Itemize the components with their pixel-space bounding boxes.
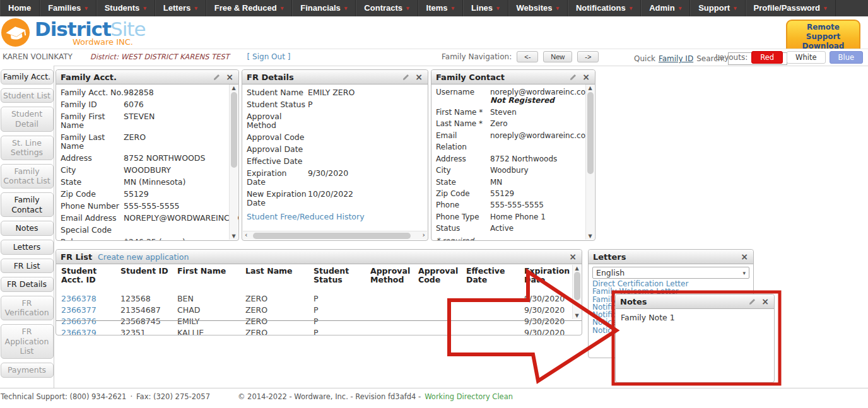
sidebar-item-student-detail[interactable]: Student Detail <box>1 107 54 131</box>
field-value <box>490 143 585 151</box>
student-acct-id-cell[interactable]: 2366378 <box>59 293 118 305</box>
nav-item-families[interactable]: Families▾ <box>40 0 97 16</box>
student-acct-id-cell[interactable]: 2366377 <box>59 305 118 316</box>
close-icon[interactable]: × <box>740 252 749 261</box>
scroll-left-icon[interactable]: ‹ <box>245 231 247 239</box>
layout-red-button[interactable]: Red <box>751 51 783 64</box>
layout-white-button[interactable]: White <box>787 51 825 64</box>
table-row[interactable]: 236637932351KALLIEZEROP9/30/202010/20/20… <box>59 327 582 335</box>
family-contact-vertical-scrollbar[interactable]: ▲ ▼ <box>585 85 594 240</box>
scroll-down-icon[interactable]: ▼ <box>586 233 594 239</box>
fr-details-horizontal-scrollbar[interactable]: ‹ › <box>243 231 427 240</box>
nav-item-free-reduced[interactable]: Free & Reduced▾ <box>206 0 293 16</box>
nav-item-home[interactable]: Home <box>0 0 40 16</box>
layout-blue-button[interactable]: Blue <box>830 51 863 64</box>
field-label: Student Status <box>247 100 308 109</box>
sidebar-item-fr-verification[interactable]: FR Verification <box>1 296 54 320</box>
field-row-family-last-name: Family Last NameZERO <box>61 133 227 151</box>
edit-icon[interactable] <box>212 73 221 81</box>
district-site-app: HomeFamilies▾Students▾Letters▾Free & Red… <box>0 0 868 408</box>
nav-item-students[interactable]: Students▾ <box>97 0 155 16</box>
scroll-right-icon[interactable]: › <box>423 231 425 239</box>
scroll-down-icon[interactable]: ▼ <box>573 313 581 318</box>
close-icon[interactable]: × <box>225 73 234 81</box>
scroll-up-icon[interactable]: ▲ <box>230 85 238 91</box>
nav-item-notifications[interactable]: Notifications▾ <box>568 0 641 16</box>
nav-item-lines[interactable]: Lines▾ <box>463 0 508 16</box>
table-cell: ZERO <box>243 305 311 316</box>
field-label: State <box>61 178 124 187</box>
nav-item-support[interactable]: Support▾ <box>690 0 745 16</box>
create-new-application-link[interactable]: Create new application <box>98 252 189 262</box>
sidebar-item-letters[interactable]: Letters <box>1 240 54 255</box>
table-row[interactable]: 236637623568745EMILYZEROP9/30/202010/20/… <box>59 316 582 327</box>
sidebar-item-fr-details[interactable]: FR Details <box>1 277 54 292</box>
fr-details-panel-header[interactable]: FR Details × <box>242 70 428 85</box>
column-header-approval-method: Approval Method <box>368 266 416 293</box>
field-label: Email <box>436 132 490 140</box>
scrollbar-thumb[interactable] <box>231 92 237 168</box>
scrollbar-thumb[interactable] <box>574 272 580 300</box>
sign-out-link[interactable]: [ Sign Out ] <box>247 52 291 61</box>
family-next-button[interactable]: -> <box>577 51 599 62</box>
student-acct-id-cell[interactable]: 2366379 <box>59 327 118 335</box>
table-row[interactable]: 2366378123568BENZEROP9/30/202010/20/2022 <box>59 293 582 305</box>
field-label: First Name * <box>436 108 490 117</box>
close-icon[interactable]: × <box>582 73 590 81</box>
nav-item-letters[interactable]: Letters▾ <box>155 0 206 16</box>
nav-item-websites[interactable]: Websites▾ <box>508 0 568 16</box>
sidebar-item-fr-application-list[interactable]: FR Application List <box>1 324 54 359</box>
field-value: Home Phone 1 <box>490 213 585 221</box>
close-icon[interactable]: × <box>761 297 770 306</box>
sidebar-item-st-line-settings[interactable]: St. Line Settings <box>1 136 54 160</box>
family-acct-panel-header[interactable]: Family Acct. × <box>56 70 238 85</box>
sidebar-item-fr-list[interactable]: FR List <box>1 259 54 274</box>
student-acct-id-link[interactable]: 2366379 <box>61 328 97 335</box>
family-prev-button[interactable]: <- <box>517 51 538 62</box>
letters-language-select[interactable]: English ▾ <box>592 267 749 279</box>
fr-list-vertical-scrollbar[interactable]: ▲ ▼ <box>572 265 581 319</box>
family-id-link[interactable]: Family ID <box>659 54 693 63</box>
edit-icon[interactable] <box>401 73 410 81</box>
more-link[interactable]: more <box>162 237 182 241</box>
technical-support-phone: Technical Support: (800) 934-2621 <box>1 392 126 401</box>
student-free-reduced-history-link[interactable]: Student Free/Reduced History <box>247 212 365 221</box>
student-acct-id-link[interactable]: 2366378 <box>61 294 97 303</box>
chevron-down-icon: ▾ <box>630 0 633 16</box>
scroll-up-icon[interactable]: ▲ <box>573 265 581 271</box>
table-row[interactable]: 236637721354687CHADZEROP9/30/202010/20/2… <box>59 305 582 316</box>
fr-list-panel-header[interactable]: FR List Create new application × <box>56 250 582 264</box>
fr-list-table-header: Student Acct. IDStudent IDFirst NameLast… <box>59 266 582 293</box>
sidebar-item-family-contact[interactable]: Family Contact <box>1 192 54 217</box>
sidebar-item-family-contact-list[interactable]: Family Contact List <box>1 164 54 189</box>
student-acct-id-link[interactable]: 2366377 <box>61 305 97 315</box>
letters-panel-header[interactable]: Letters × <box>589 250 753 264</box>
student-acct-id-cell[interactable]: 2366376 <box>59 316 118 327</box>
close-icon[interactable]: × <box>568 252 577 261</box>
sidebar-item-notes[interactable]: Notes <box>1 221 54 236</box>
family-acct-vertical-scrollbar[interactable]: ▲ ▼ <box>229 85 238 240</box>
chevron-down-icon: ▾ <box>824 0 827 16</box>
edit-icon[interactable] <box>568 73 577 81</box>
student-acct-id-link[interactable]: 2366376 <box>61 317 97 326</box>
scrollbar-thumb[interactable] <box>587 92 594 174</box>
edit-icon[interactable] <box>748 297 756 306</box>
nav-item-items[interactable]: Items▾ <box>418 0 464 16</box>
nav-item-financials[interactable]: Financials▾ <box>292 0 356 16</box>
sidebar-item-family-acct[interactable]: Family Acct. <box>1 69 54 85</box>
notes-panel-header[interactable]: Notes × <box>616 294 774 309</box>
family-contact-panel-header[interactable]: Family Contact × <box>431 70 595 85</box>
nav-item-contracts[interactable]: Contracts▾ <box>356 0 418 16</box>
close-icon[interactable]: × <box>414 73 423 81</box>
scrollbar-thumb[interactable] <box>253 233 411 239</box>
family-new-button[interactable]: New <box>543 51 572 62</box>
nav-item-profile-password[interactable]: Profile/Password▾ <box>746 0 836 16</box>
scroll-up-icon[interactable]: ▲ <box>586 85 594 91</box>
nav-item-admin[interactable]: Admin▾ <box>641 0 690 16</box>
scroll-down-icon[interactable]: ▼ <box>230 233 238 239</box>
field-value: 9/30/2020 <box>308 169 423 187</box>
sidebar-item-student-list[interactable]: Student List <box>1 88 54 103</box>
field-value <box>308 157 423 166</box>
sidebar-item-payments[interactable]: Payments <box>1 363 54 378</box>
family-navigation-label: Family Navigation: <box>442 52 512 61</box>
